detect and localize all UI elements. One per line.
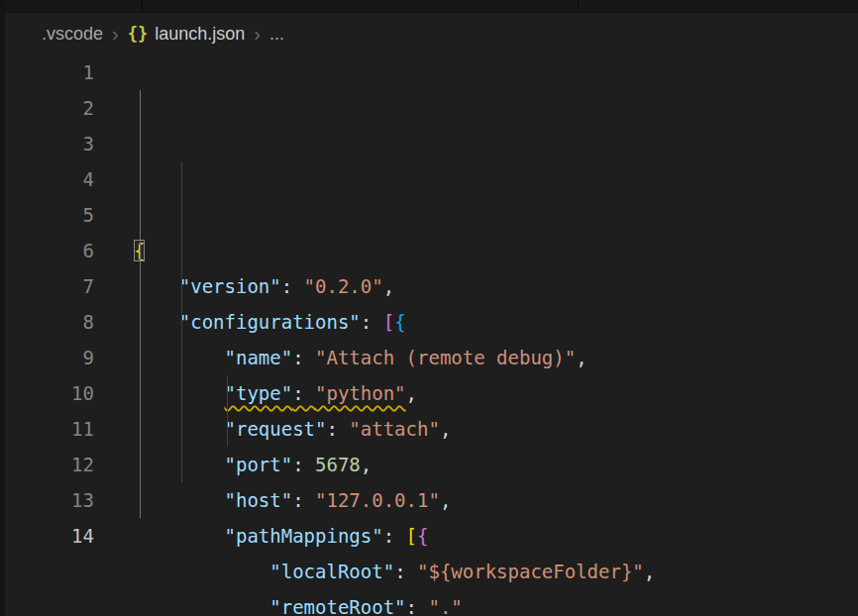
code-token: , xyxy=(383,275,394,297)
code-token: , xyxy=(576,347,587,368)
gutter: 1234567891011121314 xyxy=(5,54,94,616)
line-number[interactable]: 1 xyxy=(5,54,94,90)
indent-guide xyxy=(227,375,228,447)
code-line[interactable]: "configurations": [{ xyxy=(134,304,858,340)
line-number[interactable]: 3 xyxy=(5,126,94,161)
code-token: "host" xyxy=(225,489,293,511)
breadcrumb-item-folder[interactable]: .vscode xyxy=(42,24,103,45)
code-token: "type" xyxy=(225,382,293,404)
code-line[interactable]: "version": "0.2.0", xyxy=(134,268,858,304)
code-token: "remoteRoot" xyxy=(269,596,405,616)
code-token xyxy=(134,418,225,440)
breadcrumb-item-file[interactable]: launch.json xyxy=(155,24,245,45)
code-token: "configurations" xyxy=(179,311,361,333)
code-line[interactable]: "pathMappings": [{ xyxy=(134,518,858,554)
line-number[interactable]: 2 xyxy=(5,90,94,126)
code-area[interactable]: { "version": "0.2.0", "configurations": … xyxy=(134,54,858,616)
code-token: "0.2.0" xyxy=(304,275,383,297)
code-token: , xyxy=(361,454,372,475)
code-line[interactable]: "localRoot": "${workspaceFolder}", xyxy=(134,554,858,589)
code-token xyxy=(134,596,269,616)
code-line[interactable]: "remoteRoot": "." xyxy=(134,589,858,616)
indent-guide-active xyxy=(140,90,141,518)
code-line[interactable]: "request": "attach", xyxy=(134,411,858,447)
line-number[interactable]: 7 xyxy=(5,268,94,304)
breadcrumb: .vscode › {} launch.json › ... xyxy=(5,13,858,54)
code-token: "python" xyxy=(315,382,406,404)
chevron-right-icon: › xyxy=(112,24,119,44)
code-token: "pathMappings" xyxy=(225,525,383,547)
code-line[interactable]: "name": "Attach (remote debug)", xyxy=(134,340,858,375)
code-token: , xyxy=(644,561,655,582)
code-token: "localRoot" xyxy=(269,561,394,582)
code-line[interactable]: "host": "127.0.0.1", xyxy=(134,482,858,518)
code-token: : xyxy=(292,489,315,511)
tab-separator xyxy=(142,0,143,12)
tab-bar-strip xyxy=(0,0,858,13)
code-token: "port" xyxy=(225,454,293,475)
code-token: 5678 xyxy=(315,454,361,475)
editor[interactable]: 1234567891011121314 { "version": "0.2.0"… xyxy=(5,54,858,616)
code-token xyxy=(134,561,269,582)
code-token xyxy=(134,382,225,404)
code-token: : xyxy=(292,347,315,368)
code-token: { xyxy=(394,311,405,333)
tab-separator xyxy=(578,0,579,12)
line-number[interactable]: 9 xyxy=(5,340,94,375)
code-token: { xyxy=(417,525,428,547)
code-token xyxy=(134,489,225,511)
code-token: : xyxy=(292,382,315,404)
line-number[interactable]: 6 xyxy=(5,233,94,268)
line-number[interactable]: 10 xyxy=(5,375,94,411)
code-token: "." xyxy=(428,596,462,616)
code-line[interactable]: "port": 5678, xyxy=(134,447,858,482)
code-token xyxy=(134,454,225,475)
breadcrumb-item-symbols[interactable]: ... xyxy=(269,24,284,45)
code-token xyxy=(134,347,225,368)
code-token: , xyxy=(406,382,417,404)
line-number[interactable]: 5 xyxy=(5,197,94,233)
code-token xyxy=(134,525,225,547)
line-number[interactable]: 4 xyxy=(5,161,94,197)
code-line[interactable]: { xyxy=(134,233,858,268)
code-token: "name" xyxy=(225,347,293,368)
json-braces-icon: {} xyxy=(128,24,148,44)
code-token: "attach" xyxy=(349,418,440,440)
code-token: : xyxy=(383,525,406,547)
code-token: : xyxy=(326,418,349,440)
code-line[interactable]: "type": "python", xyxy=(134,375,858,411)
code-token: "version" xyxy=(179,275,281,297)
indent-guide xyxy=(181,161,182,482)
code-token: [ xyxy=(383,311,394,333)
code-token: , xyxy=(440,489,451,511)
code-token: "request" xyxy=(225,418,327,440)
code-token: : xyxy=(406,596,429,616)
line-number[interactable]: 11 xyxy=(5,411,94,447)
line-number[interactable]: 14 xyxy=(5,518,94,554)
code-token: , xyxy=(440,418,451,440)
code-token: : xyxy=(281,275,304,297)
code-token: [ xyxy=(406,525,417,547)
code-token: "127.0.0.1" xyxy=(315,489,440,511)
code-token: "Attach (remote debug)" xyxy=(315,347,576,368)
line-number[interactable]: 8 xyxy=(5,304,94,340)
code-token: "${workspaceFolder}" xyxy=(417,561,644,582)
code-token: : xyxy=(292,454,315,475)
code-token: : xyxy=(361,311,383,333)
line-number[interactable]: 13 xyxy=(5,482,94,518)
code-token: : xyxy=(394,561,417,582)
line-number[interactable]: 12 xyxy=(5,447,94,482)
chevron-right-icon: › xyxy=(254,24,261,44)
